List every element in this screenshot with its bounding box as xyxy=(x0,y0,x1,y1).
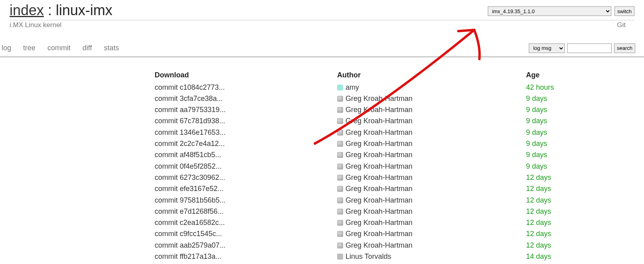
tab-log[interactable]: log xyxy=(2,44,11,52)
avatar-icon xyxy=(337,141,343,147)
commit-link[interactable]: commit e7d1268f56... xyxy=(155,207,224,215)
page-header: index : linux-imx imx_4.19.35_1.1.0 swit… xyxy=(0,0,644,30)
commit-age: 12 days xyxy=(526,172,617,183)
table-row: commit aab2579a07...Greg Kroah-Hartman12… xyxy=(155,240,617,251)
avatar-icon xyxy=(337,220,343,226)
commit-link[interactable]: commit 2c2c7e4a12... xyxy=(155,140,225,148)
tab-bar: logtreecommitdiffstats log msg search xyxy=(0,30,644,56)
avatar-icon xyxy=(337,118,343,124)
commit-link[interactable]: commit 3cfa7ce38a... xyxy=(155,95,223,102)
avatar-icon xyxy=(337,242,343,248)
table-row: commit 97581b56b5...Greg Kroah-Hartman12… xyxy=(155,195,617,206)
table-row: commit 0f4e5f2852...Greg Kroah-Hartman9 … xyxy=(155,161,617,172)
commit-link[interactable]: commit c1084c2773... xyxy=(155,83,225,91)
branch-select[interactable]: imx_4.19.35_1.1.0 xyxy=(488,6,611,16)
header-divider xyxy=(10,20,634,20)
repo-description: i.MX Linux kernel xyxy=(10,21,617,29)
commit-link[interactable]: commit c2ea16582c... xyxy=(155,219,225,227)
author-name: Greg Kroah-Hartman xyxy=(346,241,412,249)
author-name: amy xyxy=(346,83,359,91)
table-row: commit 2c2c7e4a12...Greg Kroah-Hartman9 … xyxy=(155,138,617,149)
table-row: commit c2ea16582c...Greg Kroah-Hartman12… xyxy=(155,217,617,228)
commit-age: 9 days xyxy=(526,161,617,172)
commit-link[interactable]: commit efe3167e52... xyxy=(155,185,224,193)
tab-stats[interactable]: stats xyxy=(104,44,119,52)
table-row: commit ffb217a13a...Linus Torvalds14 day… xyxy=(155,251,617,262)
avatar-icon xyxy=(337,164,343,169)
commit-age: 9 days xyxy=(526,149,617,160)
table-row: commit 5693275abe...amy2 weeks xyxy=(155,262,617,264)
commit-age: 9 days xyxy=(526,138,617,149)
author-name: Greg Kroah-Hartman xyxy=(346,162,412,170)
table-row: commit 1346e17653...Greg Kroah-Hartman9 … xyxy=(155,127,617,138)
commit-age: 12 days xyxy=(526,206,617,217)
table-row: commit af48f51cb5...Greg Kroah-Hartman9 … xyxy=(155,149,617,160)
table-row: commit e7d1268f56...Greg Kroah-Hartman12… xyxy=(155,206,617,217)
commit-link[interactable]: commit af48f51cb5... xyxy=(155,151,221,159)
table-row: commit 3cfa7ce38a...Greg Kroah-Hartman9 … xyxy=(155,93,617,104)
avatar-icon xyxy=(337,152,343,158)
table-row: commit aa79753319...Greg Kroah-Hartman9 … xyxy=(155,104,617,115)
commit-link[interactable]: commit 67c781d938... xyxy=(155,117,225,125)
commit-age: 9 days xyxy=(526,104,617,115)
tab-commit[interactable]: commit xyxy=(47,44,71,52)
avatar-icon xyxy=(337,175,343,181)
search-form: log msg search xyxy=(529,43,644,53)
author-name: Greg Kroah-Hartman xyxy=(346,207,412,215)
author-name: Greg Kroah-Hartman xyxy=(346,185,412,193)
avatar-icon xyxy=(337,107,343,113)
search-button[interactable]: search xyxy=(614,43,635,53)
avatar-icon xyxy=(337,85,343,91)
commit-table: Download Author Age commit c1084c2773...… xyxy=(155,69,617,264)
author-name: Greg Kroah-Hartman xyxy=(346,140,412,148)
avatar-icon xyxy=(337,254,343,260)
index-link[interactable]: index xyxy=(10,2,44,18)
commit-link[interactable]: commit c9fcc1545c... xyxy=(155,230,222,238)
table-row: commit efe3167e52...Greg Kroah-Hartman12… xyxy=(155,183,617,194)
author-name: Greg Kroah-Hartman xyxy=(346,151,412,159)
commit-age: 2 weeks xyxy=(526,262,617,264)
commit-age: 12 days xyxy=(526,228,617,239)
author-name: Greg Kroah-Hartman xyxy=(346,230,412,238)
author-name: Greg Kroah-Hartman xyxy=(346,106,412,114)
commit-age: 12 days xyxy=(526,195,617,206)
commit-link[interactable]: commit 1346e17653... xyxy=(155,128,226,136)
author-name: Greg Kroah-Hartman xyxy=(346,95,412,102)
table-row: commit c1084c2773...amy42 hours xyxy=(155,82,617,93)
commit-age: 12 days xyxy=(526,217,617,228)
author-name: Greg Kroah-Hartman xyxy=(346,219,412,227)
commit-age: 14 days xyxy=(526,251,617,262)
commit-age: 12 days xyxy=(526,240,617,251)
commit-age: 9 days xyxy=(526,93,617,104)
tab-tree[interactable]: tree xyxy=(23,44,35,52)
branch-switch-form: imx_4.19.35_1.1.0 switch xyxy=(488,2,634,16)
commit-link[interactable]: commit aab2579a07... xyxy=(155,241,226,249)
avatar-icon xyxy=(337,197,343,203)
commit-link[interactable]: commit 6273c30962... xyxy=(155,173,225,181)
avatar-icon xyxy=(337,231,343,237)
git-owner-label: Git xyxy=(617,21,634,29)
col-header-download: Download xyxy=(155,69,337,82)
title-separator: : xyxy=(44,2,56,18)
table-row: commit 67c781d938...Greg Kroah-Hartman9 … xyxy=(155,115,617,126)
avatar-icon xyxy=(337,186,343,192)
commit-link[interactable]: commit ffb217a13a... xyxy=(155,252,222,260)
commit-age: 12 days xyxy=(526,183,617,194)
avatar-icon xyxy=(337,130,343,136)
col-header-author: Author xyxy=(337,69,526,82)
commit-age: 9 days xyxy=(526,127,617,138)
commit-age: 9 days xyxy=(526,115,617,126)
commit-age: 42 hours xyxy=(526,82,617,93)
commit-link[interactable]: commit 97581b56b5... xyxy=(155,196,226,204)
search-mode-select[interactable]: log msg xyxy=(529,43,565,53)
avatar-icon xyxy=(337,96,343,102)
avatar-icon xyxy=(337,209,343,215)
commit-link[interactable]: commit aa79753319... xyxy=(155,106,226,114)
author-name: Greg Kroah-Hartman xyxy=(346,196,412,204)
commit-link[interactable]: commit 0f4e5f2852... xyxy=(155,162,222,170)
search-input[interactable] xyxy=(567,43,612,53)
repo-title: index : linux-imx xyxy=(10,2,488,18)
switch-button[interactable]: switch xyxy=(615,6,634,16)
tab-diff[interactable]: diff xyxy=(82,44,92,52)
author-name: Greg Kroah-Hartman xyxy=(346,128,412,136)
